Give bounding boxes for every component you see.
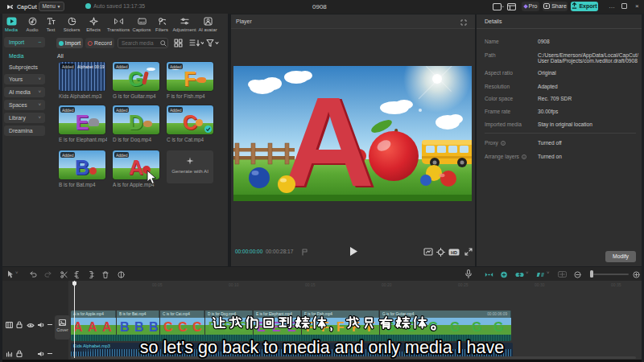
- svg-text:A: A: [283, 71, 374, 201]
- svg-text:so let's go back to media and: so let's go back to media and only media…: [140, 338, 504, 357]
- svg-text:HD: HD: [451, 250, 457, 255]
